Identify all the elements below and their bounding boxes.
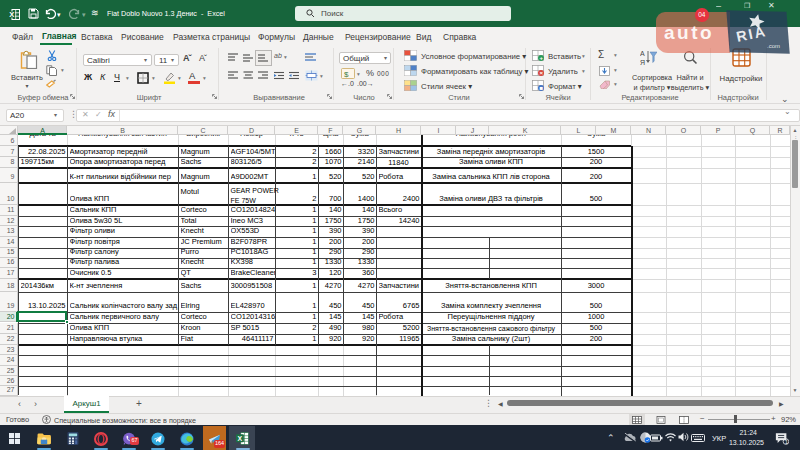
svg-text:X: X: [237, 434, 242, 441]
svg-text:■: ■: [540, 85, 544, 91]
svg-text:1: 1: [785, 439, 788, 445]
svg-text:×: ×: [540, 70, 544, 76]
svg-text:Я: Я: [640, 59, 645, 66]
svg-text:А: А: [640, 50, 645, 57]
svg-text:+: +: [540, 55, 544, 61]
svg-text:$: $: [344, 70, 349, 79]
svg-text:X: X: [9, 10, 14, 19]
